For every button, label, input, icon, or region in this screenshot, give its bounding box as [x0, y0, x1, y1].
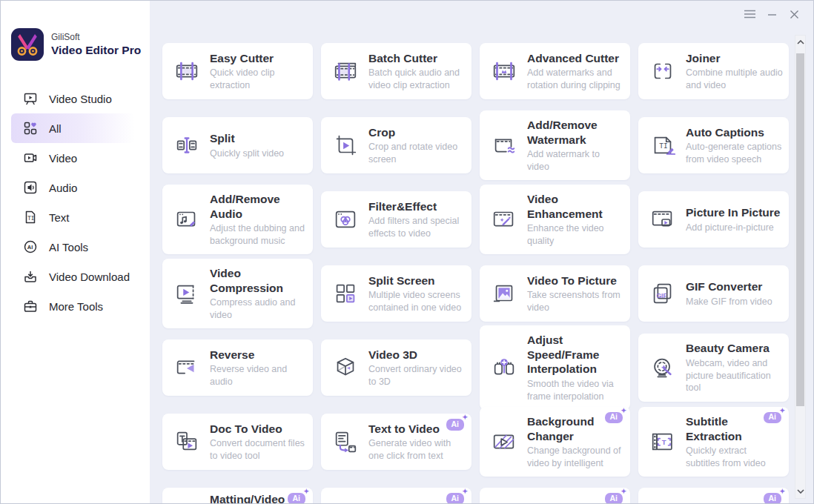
tool-card-description: Quick video clip extraction: [210, 67, 307, 91]
close-icon[interactable]: [785, 5, 803, 23]
app-window: GiliSoft Video Editor Pro Video Studio A…: [0, 0, 814, 504]
sidebar-item-audio[interactable]: Audio: [11, 173, 135, 202]
minimize-icon[interactable]: [763, 5, 781, 23]
sidebar-item-label: Video Download: [49, 271, 130, 283]
tool-card[interactable]: Video 3D Convert ordinary video to 3D: [321, 339, 471, 396]
tool-card-title: Easy Cutter: [210, 51, 307, 66]
easy-cutter-icon: [173, 57, 201, 85]
tool-card-description: Add watermark to video: [527, 148, 624, 173]
background-changer-icon: [490, 428, 518, 456]
tool-card-title: Doc To Video: [210, 422, 307, 437]
tool-card-title: Crop: [368, 125, 466, 140]
tool-card[interactable]: Add/Remove Watermark Add watermark to vi…: [480, 110, 630, 181]
tool-card-title: Auto Captions: [686, 125, 783, 140]
tool-card[interactable]: Easy Cutter Quick video clip extraction: [162, 43, 313, 99]
tool-card-description: Convert ordinary video to 3D: [368, 363, 466, 388]
tool-card-description: Quickly extract subtitles from video: [686, 445, 783, 469]
tool-card-description: Generate video with one click from text: [368, 437, 466, 462]
tool-card[interactable]: Picture In Picture Add picture-in-pictur…: [638, 191, 789, 248]
svg-text:TI: TI: [659, 142, 667, 150]
tool-card[interactable]: Video To Picture Take screenshots from v…: [480, 265, 630, 322]
tool-card[interactable]: Background Changer Change background of …: [480, 407, 630, 477]
tool-card-title: Picture In Picture: [686, 205, 780, 220]
tool-card-title: Video Compression: [210, 266, 307, 296]
tool-card-description: Make GIF from video: [686, 296, 772, 308]
tool-card[interactable]: Crop Crop and rotate video screen: [321, 117, 471, 173]
sidebar-item-video-studio[interactable]: Video Studio: [11, 84, 135, 113]
tool-card[interactable]: Adjust Speed/Frame Interpolation Smooth …: [480, 325, 630, 410]
tool-card[interactable]: Reverse Reverse video and audio: [162, 339, 313, 396]
hamburger-menu-icon[interactable]: [741, 5, 758, 23]
tool-card[interactable]: Ai: [480, 488, 630, 503]
ai-badge: Ai: [605, 412, 623, 424]
tool-card-title: Add/Remove Audio: [210, 192, 307, 222]
tool-card-description: Take screenshots from video: [527, 289, 624, 314]
tool-card[interactable]: Ai: [321, 488, 471, 503]
svg-text:GIF: GIF: [656, 292, 666, 299]
tool-card[interactable]: Video Compression Compress audio and vid…: [162, 259, 313, 329]
sidebar-item-video-download[interactable]: Video Download: [11, 262, 135, 291]
split-screen-icon: [331, 279, 360, 308]
tool-card-title: Filter&Effect: [368, 199, 466, 214]
split-icon: [173, 131, 201, 159]
sidebar-item-video[interactable]: Video: [11, 143, 135, 173]
sidebar-item-label: All: [49, 122, 62, 135]
crop-icon: [331, 131, 360, 159]
sidebar-item-more-tools[interactable]: More Tools: [11, 291, 135, 321]
no-icon: [490, 492, 518, 503]
sidebar-nav: Video Studio All Video Audio TI Text AI …: [1, 84, 150, 321]
tool-card-title: Advanced Cutter: [527, 51, 624, 66]
brand-name-top: GiliSoft: [51, 32, 141, 43]
scroll-down-icon[interactable]: [795, 486, 805, 497]
tool-card[interactable]: Split Screen Multiple video screens cont…: [321, 265, 471, 322]
text-to-video-icon: [331, 428, 360, 456]
no-icon: [331, 492, 360, 503]
tool-card[interactable]: Video Enhancement Enhance the video qual…: [480, 185, 630, 255]
tool-card[interactable]: T Subtitle Extraction Quickly extract su…: [638, 407, 789, 477]
sidebar-item-text[interactable]: TI Text: [11, 202, 135, 232]
tool-card[interactable]: Ai: [638, 488, 789, 503]
tool-card-description: Combine multiple audio and video: [686, 67, 783, 91]
tool-card-description: Reverse video and audio: [210, 363, 307, 388]
sidebar-item-label: Text: [49, 211, 70, 224]
tool-card[interactable]: TI Auto Captions Auto-generate captions …: [638, 117, 789, 173]
tool-card-title: Split: [210, 131, 284, 146]
tool-card[interactable]: Text to Video Generate video with one cl…: [321, 414, 471, 470]
ai-badge: Ai: [446, 493, 465, 503]
scrollbar-thumb[interactable]: [796, 53, 804, 406]
tool-card-description: Multiple video screens contained in one …: [368, 289, 466, 314]
tool-card-title: Joiner: [686, 51, 783, 66]
tool-card-title: Reverse: [210, 348, 307, 362]
tool-card-description: Quickly split video: [210, 147, 284, 160]
sidebar-item-label: Audio: [49, 182, 77, 194]
sidebar-item-all[interactable]: All: [11, 113, 135, 143]
tool-card[interactable]: Matting/Video Ai: [162, 488, 313, 503]
tool-card-title: Video To Picture: [527, 273, 624, 288]
tool-card[interactable]: GIF GIF Converter Make GIF from video: [638, 265, 789, 322]
tool-card[interactable]: Beauty Camera Webcam, video and picture …: [638, 334, 789, 401]
tool-card-title: Video 3D: [368, 348, 466, 362]
scroll-up-icon[interactable]: [795, 37, 805, 47]
tool-card[interactable]: Add/Remove Audio Adjust the dubbing and …: [162, 185, 313, 255]
tool-card-description: Batch quick audio and video clip extract…: [368, 67, 466, 91]
tool-card-title: Add/Remove Watermark: [527, 118, 624, 147]
grid-heart-icon: [23, 121, 38, 136]
tool-card-description: Change background of video by intelligen…: [527, 445, 624, 469]
scrollbar[interactable]: [795, 35, 806, 499]
tool-card[interactable]: Batch Cutter Batch quick audio and video…: [321, 43, 471, 99]
tool-card[interactable]: Split Quickly split video: [162, 117, 313, 173]
ai-badge: Ai: [764, 412, 782, 424]
picture-in-picture-icon: [649, 205, 677, 233]
tool-card-description: Add filters and special effects to video: [368, 215, 466, 239]
video-3d-icon: [331, 354, 360, 382]
video-camera-icon: [23, 150, 38, 165]
sidebar-item-label: More Tools: [49, 300, 103, 313]
watermark-icon: [490, 131, 518, 159]
tool-card-description: Webcam, video and picture beautification…: [686, 357, 783, 394]
tool-card[interactable]: Joiner Combine multiple audio and video: [638, 43, 789, 99]
tool-card[interactable]: Doc To Video Convert document files to v…: [162, 414, 313, 470]
sidebar-item-ai-tools[interactable]: AI AI Tools: [11, 232, 135, 262]
tool-card[interactable]: Advanced Cutter Add watermarks and rotat…: [480, 43, 630, 99]
no-icon: [649, 492, 677, 503]
tool-card[interactable]: Filter&Effect Add filters and special ef…: [321, 191, 471, 248]
